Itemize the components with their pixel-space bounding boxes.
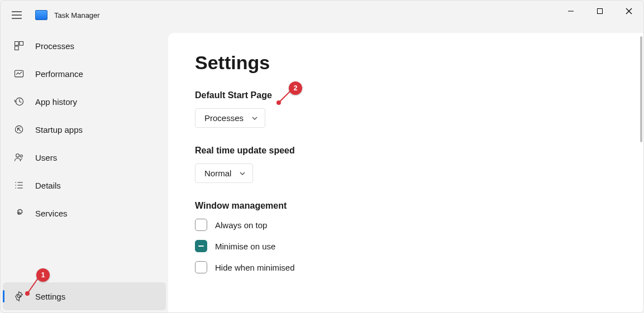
chevron-down-icon — [251, 115, 258, 122]
startup-icon — [13, 123, 25, 136]
sidebar-item-settings[interactable]: Settings — [3, 282, 166, 310]
users-icon — [13, 151, 25, 163]
performance-icon — [13, 68, 25, 80]
gear-icon — [13, 290, 25, 302]
checkbox-label: Always on top — [215, 220, 267, 230]
checkbox-label: Minimise on use — [215, 242, 275, 251]
sidebar-item-label: Startup apps — [35, 125, 83, 134]
svg-rect-4 — [598, 9, 603, 14]
window-controls — [556, 1, 643, 22]
page-title: Settings — [195, 52, 643, 74]
chevron-down-icon — [239, 170, 246, 177]
svg-rect-7 — [15, 42, 19, 46]
minimize-button[interactable] — [556, 1, 585, 22]
svg-line-13 — [18, 128, 21, 132]
sidebar-item-processes[interactable]: Processes — [3, 32, 166, 60]
main-content: Settings Default Start Page Processes 2 … — [168, 33, 643, 312]
default-start-dropdown[interactable]: Processes — [195, 108, 265, 128]
sidebar-item-label: Details — [35, 181, 61, 190]
checkbox-hide-when-minimised[interactable]: Hide when minimised — [195, 261, 643, 273]
section-default-start: Default Start Page Processes 2 — [195, 90, 643, 146]
update-speed-label: Real time update speed — [195, 146, 643, 156]
dropdown-value: Normal — [204, 168, 231, 178]
app-icon — [35, 10, 47, 20]
sidebar-item-label: Users — [35, 153, 57, 162]
services-icon — [13, 207, 25, 219]
annotation-badge-2: 2 — [289, 81, 302, 95]
checkbox-label: Hide when minimised — [215, 263, 295, 272]
checkbox-box — [195, 219, 207, 231]
section-window-management: Window management Always on top Minimise… — [195, 201, 643, 273]
app-title: Task Manager — [54, 11, 100, 20]
scrollbar-thumb[interactable] — [640, 36, 642, 142]
minimize-icon — [567, 8, 574, 15]
annotation-badge-1: 1 — [36, 268, 50, 282]
history-icon — [13, 95, 25, 108]
sidebar-item-label: Settings — [35, 292, 65, 301]
sidebar-item-users[interactable]: Users — [3, 143, 166, 171]
annotation-dot-1 — [25, 291, 30, 296]
sidebar-item-label: Processes — [35, 41, 74, 51]
svg-rect-8 — [20, 42, 23, 46]
maximize-button[interactable] — [585, 1, 614, 22]
sidebar-item-services[interactable]: Services — [3, 199, 166, 227]
sidebar-item-details[interactable]: Details — [3, 171, 166, 199]
annotation-dot-2 — [276, 100, 281, 105]
dropdown-value: Processes — [204, 113, 244, 123]
update-speed-dropdown[interactable]: Normal — [195, 163, 253, 183]
checkbox-minimise-on-use[interactable]: Minimise on use — [195, 240, 643, 252]
default-start-label: Default Start Page — [195, 90, 643, 100]
sidebar-item-performance[interactable]: Performance — [3, 60, 166, 88]
sidebar-item-startup-apps[interactable]: Startup apps — [3, 115, 166, 143]
svg-rect-9 — [15, 46, 19, 50]
hamburger-icon — [12, 11, 22, 19]
sidebar-item-label: Services — [35, 209, 68, 218]
titlebar: Task Manager — [1, 1, 643, 30]
close-icon — [626, 8, 632, 15]
section-update-speed: Real time update speed Normal — [195, 146, 643, 201]
hamburger-menu-button[interactable] — [4, 2, 30, 28]
sidebar: Processes Performance App history Startu… — [1, 30, 168, 312]
details-icon — [13, 179, 25, 191]
sidebar-item-label: Performance — [35, 69, 83, 79]
sidebar-item-app-history[interactable]: App history — [3, 88, 166, 115]
checkbox-box — [195, 240, 207, 252]
svg-point-15 — [20, 155, 22, 157]
checkbox-box — [195, 261, 207, 273]
maximize-icon — [597, 8, 603, 15]
close-button[interactable] — [614, 1, 643, 22]
svg-point-14 — [16, 154, 20, 157]
window-mgmt-label: Window management — [195, 201, 643, 211]
sidebar-item-label: App history — [35, 97, 77, 107]
processes-icon — [13, 40, 25, 52]
checkbox-always-on-top[interactable]: Always on top — [195, 219, 643, 231]
